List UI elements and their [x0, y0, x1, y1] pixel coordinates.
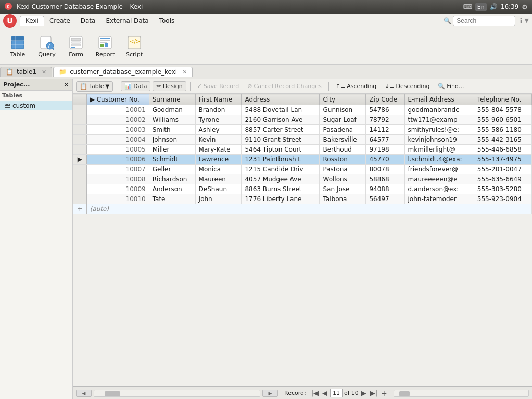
- cell-zip: 97198: [366, 145, 404, 155]
- nav-prev-btn[interactable]: ◀: [321, 389, 328, 397]
- tab-customer-db-close[interactable]: ✕: [182, 69, 187, 76]
- script-button[interactable]: </> Script: [121, 32, 148, 60]
- cell-city: Berthoud: [320, 145, 366, 155]
- col-phone[interactable]: Telephone No.: [474, 94, 531, 105]
- col-email[interactable]: E-mail Address: [404, 94, 474, 105]
- table-row[interactable]: 10004 Johnson Kevin 9110 Grant Street Ba…: [73, 135, 532, 145]
- nav-first-btn[interactable]: |◀: [310, 389, 320, 397]
- ubuntu-logo[interactable]: U: [3, 14, 17, 28]
- report-icon: [97, 34, 113, 51]
- descending-btn[interactable]: ↓≡ Descending: [382, 82, 433, 91]
- cell-email: john-tatemoder: [404, 194, 474, 204]
- settings-icon: ⚙: [522, 3, 528, 11]
- save-record-btn[interactable]: ✓ Save Record: [194, 82, 243, 91]
- hscroll-right[interactable]: ▶: [262, 390, 278, 397]
- nav-last-btn[interactable]: ▶|: [369, 389, 378, 397]
- cell-customer-no: 10003: [86, 125, 149, 135]
- svg-text:</>: </>: [130, 39, 140, 44]
- record-nav: |◀ ◀ 11 of 10 ▶ ▶| +: [310, 389, 388, 397]
- tab-customer-db[interactable]: 📁 customer_database_example_kexi ✕: [53, 67, 193, 77]
- record-current: 11: [330, 389, 343, 397]
- table-row[interactable]: 10007 Geller Monica 1215 Candide Driv Pa…: [73, 165, 532, 174]
- menu-tab-data[interactable]: Data: [75, 16, 101, 26]
- sidebar-item-custom[interactable]: 🗃 custom: [0, 101, 72, 110]
- project-label: Projec...: [3, 81, 30, 88]
- row-indicator: [73, 135, 87, 145]
- cell-address: 8857 Carter Street: [242, 125, 320, 135]
- separator: [117, 82, 117, 91]
- table-row[interactable]: 10010 Tate John 1776 Liberty Lane Talbon…: [73, 194, 532, 204]
- hscroll-left[interactable]: ◀: [76, 390, 92, 397]
- ascending-btn[interactable]: ↑≡ Ascending: [333, 82, 379, 91]
- cancel-record-btn[interactable]: ⊘ Cancel Record Changes: [244, 82, 324, 91]
- ascending-icon: ↑≡: [336, 83, 345, 90]
- table-row[interactable]: 10002 Williams Tyrone 2160 Garrison Ave …: [73, 115, 532, 125]
- info-icon[interactable]: ℹ: [520, 17, 522, 25]
- tab-table1[interactable]: 📋 table1 ✕: [0, 67, 52, 77]
- table-row[interactable]: 10001 Goodman Brandon 5488 Dovetail Lan …: [73, 105, 532, 115]
- table-row[interactable]: 10009 Anderson DeShaun 8863 Burns Street…: [73, 184, 532, 194]
- row-indicator: [73, 174, 87, 184]
- menu-tab-create[interactable]: Create: [44, 16, 75, 26]
- vertical-scrollbar-indicator[interactable]: [394, 390, 529, 397]
- col-surname[interactable]: Surname: [149, 94, 195, 105]
- cell-city: San Jose: [320, 184, 366, 194]
- hscroll-thumb[interactable]: [105, 391, 120, 396]
- menubar: U Kexi Create Data External Data Tools 🔍…: [0, 14, 532, 28]
- report-button[interactable]: Report: [92, 32, 119, 60]
- menu-tab-external[interactable]: External Data: [100, 16, 154, 26]
- separator3: [328, 82, 329, 91]
- nav-next-btn[interactable]: ▶: [360, 389, 368, 397]
- cell-phone: 555-635-6649: [474, 174, 531, 184]
- descending-icon: ↓≡: [385, 83, 394, 90]
- table-container[interactable]: ▶ Customer No. Surname First Name Addres…: [73, 94, 532, 386]
- search-input[interactable]: [453, 16, 515, 26]
- menu-tab-tools[interactable]: Tools: [154, 16, 180, 26]
- col-firstname[interactable]: First Name: [195, 94, 242, 105]
- col-zip[interactable]: Zip Code: [366, 94, 404, 105]
- table-row[interactable]: 10003 Smith Ashley 8857 Carter Street Pa…: [73, 125, 532, 135]
- horizontal-scrollbar[interactable]: [94, 390, 260, 397]
- vscroll-thumb[interactable]: [399, 391, 410, 396]
- menu-tab-kexi[interactable]: Kexi: [20, 16, 44, 26]
- row-indicator: [73, 145, 87, 155]
- col-city[interactable]: City: [320, 94, 366, 105]
- script-label: Script: [126, 51, 143, 58]
- cell-zip: 78792: [366, 115, 404, 125]
- svg-rect-14: [71, 44, 81, 46]
- cell-address: 5464 Tipton Court: [242, 145, 320, 155]
- sidebar-close-icon[interactable]: ✕: [64, 81, 69, 89]
- cell-phone: 555-960-6501: [474, 115, 531, 125]
- col-address[interactable]: Address: [242, 94, 320, 105]
- table-row[interactable]: 10005 Miller Mary-Kate 5464 Tipton Court…: [73, 145, 532, 155]
- table-row[interactable]: 10008 Richardson Maureen 4057 Mudgee Ave…: [73, 174, 532, 184]
- query-button[interactable]: ? Query: [33, 32, 60, 60]
- table-row[interactable]: ▶ 10006 Schmidt Lawrence 1231 Paintbrush…: [73, 155, 532, 165]
- row-indicator: [73, 194, 87, 204]
- form-button[interactable]: Form: [62, 32, 90, 60]
- data-view-btn[interactable]: 📊 Data: [121, 81, 150, 91]
- content-area: 📋 Table ▼ 📊 Data ✏ Design ✓ Save Record: [73, 79, 532, 399]
- cell-address: 2160 Garrison Ave: [242, 115, 320, 125]
- table-button[interactable]: Table: [4, 32, 31, 60]
- new-row[interactable]: + (auto): [73, 204, 532, 214]
- cell-phone: 555-804-5578: [474, 105, 531, 115]
- cell-email: smithyrules!@e:: [404, 125, 474, 135]
- tab-table1-close[interactable]: ✕: [42, 69, 46, 76]
- svg-rect-15: [71, 47, 75, 48]
- keyboard-icon: ⌨: [463, 3, 472, 10]
- nav-add-btn[interactable]: +: [380, 389, 388, 397]
- cancel-label: Cancel Record Changes: [254, 83, 322, 90]
- design-view-btn[interactable]: ✏ Design: [153, 81, 186, 91]
- view-mode-dropdown[interactable]: 📋 Table ▼: [76, 81, 113, 92]
- save-checkmark-icon: ✓: [197, 83, 202, 90]
- cell-email: d.anderson@ex:: [404, 184, 474, 194]
- form-label: Form: [69, 51, 83, 58]
- col-customer-no[interactable]: ▶ Customer No.: [86, 94, 149, 105]
- cell-firstname: John: [195, 194, 242, 204]
- cell-customer-no: 10010: [86, 194, 149, 204]
- cell-firstname: Mary-Kate: [195, 145, 242, 155]
- table-small-icon: 🗃: [4, 102, 10, 109]
- chevron-icon[interactable]: ▼: [525, 17, 529, 24]
- find-btn[interactable]: 🔍 Find...: [435, 82, 467, 91]
